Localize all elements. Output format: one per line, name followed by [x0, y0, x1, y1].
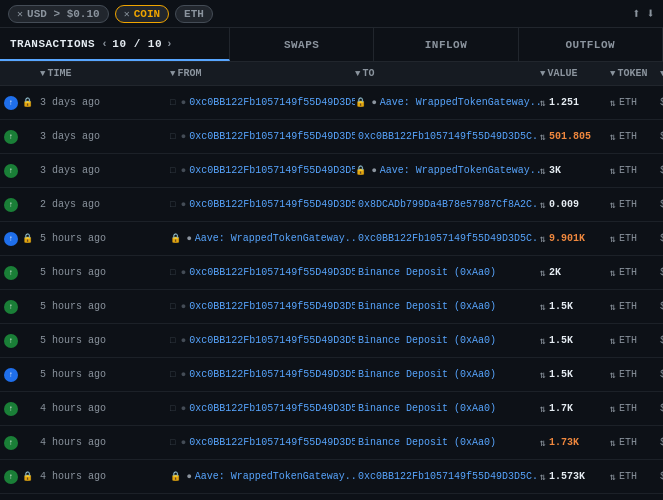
row-to-addr[interactable]: Binance Deposit (0xAa0)	[358, 403, 496, 414]
row-to-addr[interactable]: 0x8DCADb799Da4B78e57987Cf8A2C...	[358, 199, 540, 210]
row-to-addr[interactable]: Aave: WrappedTokenGateway...	[380, 97, 540, 108]
prev-page-button[interactable]: ‹	[101, 38, 108, 50]
row-from: 🔒 ● Aave: WrappedTokenGateway...	[170, 233, 355, 244]
row-tx-icon: ↑	[4, 334, 22, 348]
row-to-addr[interactable]: Binance Deposit (0xAa0)	[358, 267, 496, 278]
row-tx-icon: ↑	[4, 164, 22, 178]
coin-filter-pill[interactable]: ✕ COIN	[115, 5, 169, 23]
table-row[interactable]: ↑ 5 hours ago □ ● 0xc0BB122Fb1057149f55D…	[0, 358, 663, 392]
table-row[interactable]: ↑ 3 days ago □ ● 0xc0BB122Fb1057149f55D4…	[0, 154, 663, 188]
row-token: ⇅ ETH	[610, 165, 660, 177]
col-time[interactable]: ▼ TIME	[40, 68, 170, 79]
row-to-addr[interactable]: Binance Deposit (0xAa0)	[358, 301, 496, 312]
row-to: 0xc0BB122Fb1057149f55D49D3D5C...	[355, 131, 540, 142]
row-from-addr[interactable]: 0xc0BB122Fb1057149f55D49D3D5C...	[189, 369, 355, 380]
row-from-addr[interactable]: 0xc0BB122Fb1057149f55D49D3D5C...	[189, 131, 355, 142]
row-from-addr[interactable]: 0xc0BB122Fb1057149f55D49D3D5C...	[189, 165, 355, 176]
row-time: 5 hours ago	[40, 335, 170, 346]
row-value: ⇅ 9.901K	[540, 233, 610, 245]
token-filter-icon: ▼	[610, 69, 615, 79]
tab-outflow[interactable]: OUTFLOW	[519, 28, 663, 61]
row-time: 3 days ago	[40, 131, 170, 142]
row-from-addr[interactable]: 0xc0BB122Fb1057149f55D49D3D5C...	[189, 301, 355, 312]
table-row[interactable]: ↑ 4 hours ago □ ● 0xc0BB122Fb1057149f55D…	[0, 494, 663, 500]
usd-close-icon[interactable]: ✕	[17, 8, 23, 20]
value-filter-icon: ▼	[540, 69, 545, 79]
row-tx-icon: ↑	[4, 368, 22, 382]
row-value: ⇅ 2K	[540, 267, 610, 279]
row-from-addr[interactable]: 0xc0BB122Fb1057149f55D49D3D5C...	[189, 267, 355, 278]
row-tx-icon: ↑	[4, 130, 22, 144]
table-row[interactable]: ↑ 5 hours ago □ ● 0xc0BB122Fb1057149f55D…	[0, 290, 663, 324]
row-time: 4 hours ago	[40, 403, 170, 414]
col-value[interactable]: ▼ VALUE	[540, 68, 610, 79]
tab-transactions[interactable]: TRANSACTIONS ‹ 10 / 10 ›	[0, 28, 230, 61]
download-icon[interactable]: ⬆	[632, 5, 640, 22]
row-token: ⇅ ETH	[610, 97, 660, 109]
table-row[interactable]: ↑ 5 hours ago □ ● 0xc0BB122Fb1057149f55D…	[0, 324, 663, 358]
table-row[interactable]: ↑ 4 hours ago □ ● 0xc0BB122Fb1057149f55D…	[0, 426, 663, 460]
row-from-addr[interactable]: 0xc0BB122Fb1057149f55D49D3D5C...	[189, 199, 355, 210]
row-to-addr[interactable]: Aave: WrappedTokenGateway...	[380, 165, 540, 176]
row-token-text: ETH	[619, 267, 637, 278]
table-row[interactable]: ↑ 🔒 4 hours ago 🔒 ● Aave: WrappedTokenGa…	[0, 460, 663, 494]
row-value: ⇅ 1.5K	[540, 301, 610, 313]
to-filter-icon: ▼	[355, 69, 360, 79]
row-from-addr[interactable]: 0xc0BB122Fb1057149f55D49D3D5C...	[189, 97, 355, 108]
row-token-text: ETH	[619, 131, 637, 142]
row-lock-icon: 🔒	[22, 471, 40, 482]
table-row[interactable]: ↑ 5 hours ago □ ● 0xc0BB122Fb1057149f55D…	[0, 256, 663, 290]
row-value-text: 1.7K	[549, 403, 573, 414]
table-row[interactable]: ↑ 🔒 3 days ago □ ● 0xc0BB122Fb1057149f55…	[0, 86, 663, 120]
row-token: ⇅ ETH	[610, 369, 660, 381]
row-token-text: ETH	[619, 165, 637, 176]
row-to-addr[interactable]: Binance Deposit (0xAa0)	[358, 335, 496, 346]
row-to-addr[interactable]: 0xc0BB122Fb1057149f55D49D3D5C...	[358, 131, 540, 142]
row-token: ⇅ ETH	[610, 301, 660, 313]
col-from[interactable]: ▼ FROM	[170, 68, 355, 79]
row-token-text: ETH	[619, 199, 637, 210]
row-from: □ ● 0xc0BB122Fb1057149f55D49D3D5C...	[170, 165, 355, 176]
row-from-addr[interactable]: 0xc0BB122Fb1057149f55D49D3D5C...	[189, 335, 355, 346]
usd-filter-pill[interactable]: ✕ USD > $0.10	[8, 5, 109, 23]
tab-swaps[interactable]: SWAPS	[230, 28, 374, 61]
tab-inflow[interactable]: INFLOW	[374, 28, 518, 61]
eth-filter-pill[interactable]: ETH	[175, 5, 213, 23]
pagination-nav: ‹ 10 / 10 ›	[101, 38, 173, 50]
row-to-addr[interactable]: Binance Deposit (0xAa0)	[358, 437, 496, 448]
row-from-addr[interactable]: 0xc0BB122Fb1057149f55D49D3D5C...	[189, 403, 355, 414]
time-filter-icon: ▼	[40, 69, 45, 79]
row-time: 5 hours ago	[40, 267, 170, 278]
row-from-addr[interactable]: Aave: WrappedTokenGateway...	[195, 233, 355, 244]
next-page-button[interactable]: ›	[166, 38, 173, 50]
row-value: ⇅ 1.251	[540, 97, 610, 109]
row-to-addr[interactable]: Binance Deposit (0xAa0)	[358, 369, 496, 380]
row-value-text: 1.573K	[549, 471, 585, 482]
eth-pill-label: ETH	[184, 8, 204, 20]
col-token[interactable]: ▼ TOKEN	[610, 68, 660, 79]
row-to: Binance Deposit (0xAa0)	[355, 335, 540, 346]
row-to-addr[interactable]: 0xc0BB122Fb1057149f55D49D3D5C...	[358, 233, 540, 244]
table-row[interactable]: ↑ 2 days ago □ ● 0xc0BB122Fb1057149f55D4…	[0, 188, 663, 222]
row-token: ⇅ ETH	[610, 131, 660, 143]
coin-close-icon[interactable]: ✕	[124, 8, 130, 20]
row-value: ⇅ 1.5K	[540, 369, 610, 381]
export-icon[interactable]: ⬇	[647, 5, 655, 22]
row-token: ⇅ ETH	[610, 471, 660, 483]
column-headers: ▼ TIME ▼ FROM ▼ TO ▼ VALUE ▼ TOKEN ▼ USD	[0, 62, 663, 86]
table-row[interactable]: ↑ 4 hours ago □ ● 0xc0BB122Fb1057149f55D…	[0, 392, 663, 426]
row-to-addr[interactable]: 0xc0BB122Fb1057149f55D49D3D5C...	[358, 471, 540, 482]
row-from: □ ● 0xc0BB122Fb1057149f55D49D3D5C...	[170, 97, 355, 108]
row-from-addr[interactable]: 0xc0BB122Fb1057149f55D49D3D5C...	[189, 437, 355, 448]
top-icons: ⬆ ⬇	[632, 5, 655, 22]
outflow-label: OUTFLOW	[565, 39, 615, 51]
row-from-addr[interactable]: Aave: WrappedTokenGateway...	[195, 471, 355, 482]
row-time: 5 hours ago	[40, 301, 170, 312]
table-row[interactable]: ↑ 3 days ago □ ● 0xc0BB122Fb1057149f55D4…	[0, 120, 663, 154]
row-value-text: 1.251	[549, 97, 579, 108]
row-value-text: 1.73K	[549, 437, 579, 448]
row-token-text: ETH	[619, 403, 637, 414]
row-from: □ ● 0xc0BB122Fb1057149f55D49D3D5C...	[170, 437, 355, 448]
table-row[interactable]: ↑ 🔒 5 hours ago 🔒 ● Aave: WrappedTokenGa…	[0, 222, 663, 256]
col-to[interactable]: ▼ TO	[355, 68, 540, 79]
